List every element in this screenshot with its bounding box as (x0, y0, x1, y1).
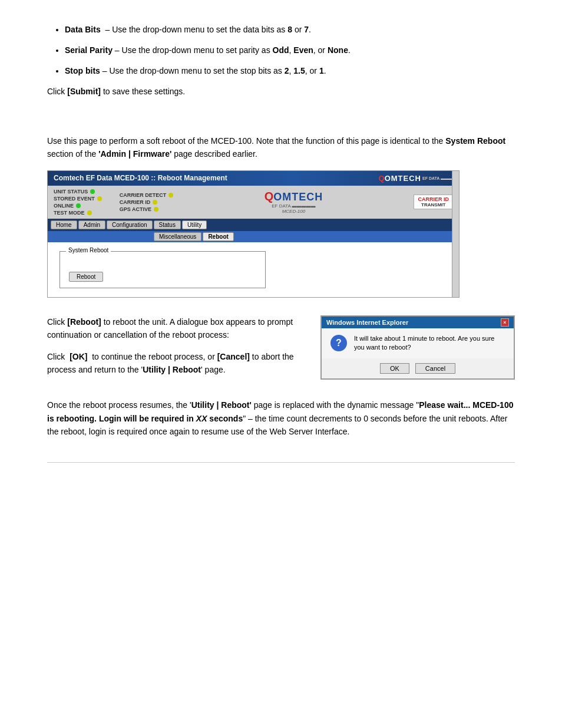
bullet-data-bits-sep: – (103, 25, 110, 34)
nav-status[interactable]: Status (154, 220, 181, 229)
system-reboot-label: System Reboot (66, 247, 111, 253)
test-mode: TEST MODE (54, 210, 102, 216)
unit-status: UNIT STATUS (54, 189, 102, 195)
dialog-titlebar: Windows Internet Explorer × (322, 317, 514, 328)
para-ok-cancel: Click [OK] to continue the reboot proces… (47, 350, 303, 377)
carrier-id-box: CARRIER ID TRANSMIT (414, 195, 453, 209)
stored-event-led (97, 196, 102, 201)
logo-area: QOMTECH EF DATA ▬▬▬▬▬ MCED-100 (191, 190, 396, 214)
gps-active-led (154, 207, 158, 212)
dialog-title: Windows Internet Explorer (326, 319, 408, 326)
scrollbar[interactable] (452, 171, 459, 297)
sub-nav-bar: Miscellaneous Reboot (48, 231, 459, 242)
dialog-close-button[interactable]: × (501, 318, 509, 327)
bullet-data-bits-label: Data Bits (65, 25, 101, 34)
test-mode-led (87, 210, 92, 215)
dialog-buttons: OK Cancel (322, 358, 514, 378)
status-center: CARRIER DETECT CARRIER ID GPS ACTIVE (120, 192, 174, 212)
dialog-body: ? It will take about 1 minute to reboot.… (322, 328, 514, 358)
reboot-ref-bold: [Reboot] (67, 317, 101, 327)
bullet-serial-parity-label: Serial Parity (65, 45, 113, 55)
xx-italic: XX (196, 414, 207, 423)
mced-label: MCED-100 (265, 209, 323, 214)
ok-ref-bold: [OK] (70, 352, 87, 361)
nav-configuration[interactable]: Configuration (107, 220, 152, 229)
carrier-detect: CARRIER DETECT (120, 192, 174, 198)
gps-active: GPS ACTIVE (120, 206, 174, 212)
reboot-button[interactable]: Reboot (69, 272, 103, 282)
dialog-ok-button[interactable]: OK (380, 363, 409, 374)
bullet-list: Data Bits – Use the drop-down menu to se… (47, 24, 515, 77)
screenshot-content: System Reboot Reboot (48, 242, 459, 297)
screenshot-title: Comtech EF Data MCED-100 :: Reboot Manag… (54, 174, 227, 182)
utility-reboot-ref: Utility | Reboot (143, 365, 201, 374)
cancel-ref-bold: [Cancel] (217, 352, 250, 361)
utility-reboot-bold: Utility | Reboot' (191, 400, 252, 410)
carrier-id-led (153, 200, 157, 205)
dialog-cancel-button[interactable]: Cancel (415, 363, 455, 374)
screenshot-titlebar: Comtech EF Data MCED-100 :: Reboot Manag… (48, 171, 459, 186)
nav-bar: Home Admin Configuration Status Utility (48, 219, 459, 231)
please-wait-bold: Please wait... MCED-100 is rebooting. Lo… (47, 400, 513, 423)
subnav-reboot[interactable]: Reboot (203, 232, 233, 241)
nav-utility[interactable]: Utility (182, 220, 207, 229)
unit-status-led (90, 189, 95, 194)
system-reboot-box: System Reboot Reboot (59, 251, 266, 288)
bullet-stop-bits-text: Use the drop-down menu to set the stop b… (109, 66, 326, 75)
screenshot-logo: QOMTECH EF DATA ▬▬▬ (379, 174, 453, 183)
bullet-serial-parity-text: Use the drop-down menu to set parity as … (122, 45, 351, 55)
online-status: ONLINE (54, 203, 102, 209)
status-bar: UNIT STATUS STORED EVENT ONLINE TEST MOD… (48, 186, 459, 219)
dialog-box-container: Windows Internet Explorer × ? It will ta… (320, 315, 515, 380)
ie-dialog-box: Windows Internet Explorer × ? It will ta… (320, 315, 515, 380)
carrier-detect-led (168, 193, 173, 197)
dialog-question-icon: ? (330, 335, 347, 351)
nav-admin[interactable]: Admin (78, 220, 105, 229)
bullet-data-bits: Data Bits – Use the drop-down menu to se… (65, 24, 515, 36)
stored-event: STORED EVENT (54, 196, 102, 202)
screenshot-box: Comtech EF Data MCED-100 :: Reboot Manag… (47, 170, 459, 298)
bullet-stop-bits-label: Stop bits (65, 66, 100, 75)
subnav-miscellaneous[interactable]: Miscellaneous (154, 232, 201, 241)
bullet-stop-bits-sep: – (103, 66, 107, 75)
dialog-left-text: Click [Reboot] to reboot the unit. A dia… (47, 315, 303, 385)
bullet-serial-parity: Serial Parity – Use the drop-down menu t… (65, 44, 515, 57)
submit-bold: [Submit] (67, 87, 101, 96)
dialog-message: It will take about 1 minute to reboot. A… (354, 334, 505, 353)
bottom-divider (47, 462, 515, 463)
click-submit-text: Click [Submit] to save these settings. (47, 85, 515, 98)
para-reboot-intro: Click [Reboot] to reboot the unit. A dia… (47, 315, 303, 342)
section-intro: Use this page to perform a soft reboot o… (47, 134, 515, 161)
nav-home[interactable]: Home (51, 220, 77, 229)
bullet-serial-parity-sep: – (115, 45, 120, 55)
online-led (76, 203, 81, 208)
bullet-data-bits-text: Use the drop-down menu to set the data b… (112, 25, 311, 34)
system-reboot-ref: System Reboot (445, 136, 505, 146)
carrier-id-status: CARRIER ID (120, 199, 174, 205)
status-left: UNIT STATUS STORED EVENT ONLINE TEST MOD… (54, 189, 102, 216)
dialog-section: Click [Reboot] to reboot the unit. A dia… (47, 315, 515, 385)
final-paragraph: Once the reboot process resumes, the 'Ut… (47, 398, 515, 438)
admin-firmware-ref: 'Admin | Firmware' (98, 149, 171, 159)
bullet-stop-bits: Stop bits – Use the drop-down menu to se… (65, 65, 515, 77)
